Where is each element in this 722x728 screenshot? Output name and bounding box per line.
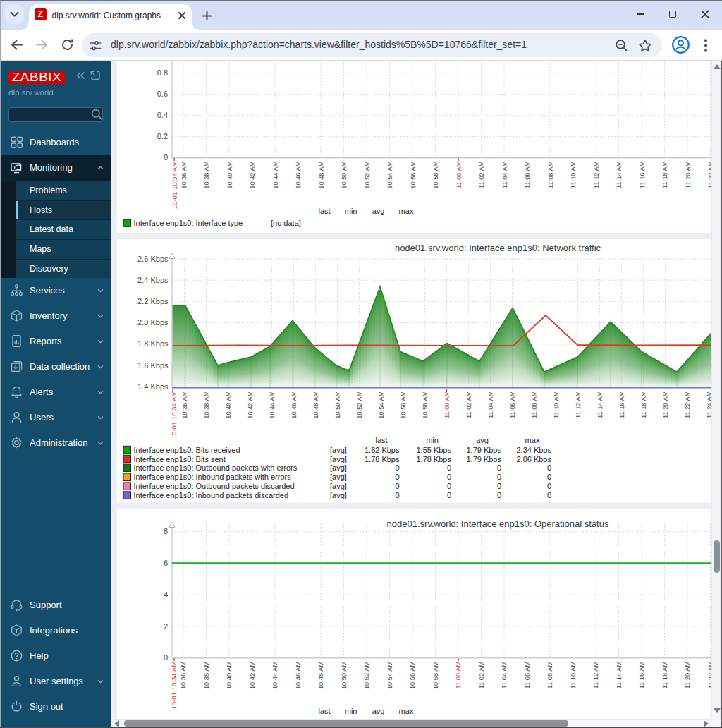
svg-text:10:36 AM: 10:36 AM <box>180 162 188 189</box>
svg-text:0.4: 0.4 <box>157 111 168 119</box>
svg-text:10:48 AM: 10:48 AM <box>312 392 319 419</box>
svg-text:8: 8 <box>164 527 168 535</box>
svg-text:11:02 AM: 11:02 AM <box>478 162 485 189</box>
svg-text:Interface enp1s0: Outbound pac: Interface enp1s0: Outbound packets with … <box>134 463 298 472</box>
svg-text:11:18 AM: 11:18 AM <box>640 392 647 419</box>
svg-text:11:16 AM: 11:16 AM <box>639 662 646 689</box>
svg-text:0: 0 <box>547 473 551 481</box>
svg-text:10:58 AM: 10:58 AM <box>432 162 439 189</box>
svg-text:11:20 AM: 11:20 AM <box>685 162 692 189</box>
svg-text:avg: avg <box>476 436 489 444</box>
svg-text:10:46 AM: 10:46 AM <box>295 662 302 689</box>
svg-text:11:06 AM: 11:06 AM <box>524 662 531 689</box>
svg-text:10:58 AM: 10:58 AM <box>422 392 429 419</box>
svg-text:11:14 AM: 11:14 AM <box>596 392 604 419</box>
svg-text:Interface enp1s0: Outbound pac: Interface enp1s0: Outbound packets disca… <box>134 482 295 490</box>
svg-text:11:04 AM: 11:04 AM <box>487 392 494 419</box>
svg-text:10:54 AM: 10:54 AM <box>386 662 393 689</box>
svg-text:1.6 Kbps: 1.6 Kbps <box>137 361 169 370</box>
svg-text:10:52 AM: 10:52 AM <box>356 392 363 419</box>
svg-text:10-01 10:34 AM: 10-01 10:34 AM <box>171 162 178 210</box>
svg-text:[avg]: [avg] <box>330 473 347 481</box>
svg-text:Interface enp1s0: Inbound pack: Interface enp1s0: Inbound packets with e… <box>134 473 292 481</box>
svg-text:0.2: 0.2 <box>157 132 168 140</box>
svg-text:11:12 AM: 11:12 AM <box>593 162 600 189</box>
svg-text:1.8 Kbps: 1.8 Kbps <box>137 339 169 348</box>
svg-text:0: 0 <box>164 153 168 162</box>
svg-text:10:52 AM: 10:52 AM <box>364 662 371 689</box>
svg-text:avg: avg <box>372 207 385 215</box>
svg-text:0: 0 <box>497 473 501 481</box>
svg-text:11:22 AM: 11:22 AM <box>684 392 691 419</box>
svg-text:max: max <box>399 707 414 715</box>
svg-text:10:50 AM: 10:50 AM <box>341 162 348 189</box>
svg-text:0: 0 <box>447 463 451 472</box>
svg-text:11:00 AM: 11:00 AM <box>455 662 463 689</box>
svg-text:[avg]: [avg] <box>330 455 347 463</box>
svg-text:0: 0 <box>447 473 451 481</box>
svg-text:10:48 AM: 10:48 AM <box>318 662 325 689</box>
svg-text:0: 0 <box>547 463 551 472</box>
svg-text:Interface enp1s0: Interface ty: Interface enp1s0: Interface type <box>134 219 243 227</box>
svg-text:0: 0 <box>395 491 399 499</box>
svg-text:11:08 AM: 11:08 AM <box>547 662 554 689</box>
svg-text:0: 0 <box>395 463 399 472</box>
svg-text:avg: avg <box>372 707 385 715</box>
svg-text:10:46 AM: 10:46 AM <box>290 392 298 419</box>
svg-text:0: 0 <box>547 491 551 499</box>
svg-text:11:10 AM: 11:10 AM <box>553 392 560 419</box>
svg-text:1.78 Kbps: 1.78 Kbps <box>416 455 451 463</box>
svg-text:10:40 AM: 10:40 AM <box>226 662 233 689</box>
svg-text:10:56 AM: 10:56 AM <box>410 662 417 689</box>
svg-text:11:04 AM: 11:04 AM <box>501 162 508 189</box>
svg-text:10:42 AM: 10:42 AM <box>249 662 256 689</box>
svg-text:0: 0 <box>547 482 551 490</box>
svg-text:min: min <box>345 207 357 215</box>
svg-text:10:58 AM: 10:58 AM <box>432 662 439 689</box>
svg-text:min: min <box>426 436 439 444</box>
svg-text:11:12 AM: 11:12 AM <box>593 662 600 689</box>
svg-text:node01.srv.world: Interface en: node01.srv.world: Interface enp1s0: Netw… <box>395 243 601 253</box>
svg-text:min: min <box>345 707 357 715</box>
svg-text:0: 0 <box>447 482 451 490</box>
svg-text:2.0 Kbps: 2.0 Kbps <box>137 318 169 327</box>
svg-text:last: last <box>318 707 330 715</box>
svg-text:10:54 AM: 10:54 AM <box>378 392 385 419</box>
svg-text:11:14 AM: 11:14 AM <box>616 662 623 689</box>
svg-text:0: 0 <box>164 653 168 662</box>
svg-text:10:56 AM: 10:56 AM <box>400 392 407 419</box>
svg-text:10:44 AM: 10:44 AM <box>269 392 276 419</box>
svg-text:[avg]: [avg] <box>330 446 347 454</box>
svg-text:2.34 Kbps: 2.34 Kbps <box>516 446 551 454</box>
svg-text:10:52 AM: 10:52 AM <box>364 162 371 189</box>
svg-text:0: 0 <box>447 491 451 499</box>
svg-text:10:44 AM: 10:44 AM <box>272 162 279 189</box>
svg-text:11:18 AM: 11:18 AM <box>661 662 668 689</box>
svg-text:Interface enp1s0: Inbound pack: Interface enp1s0: Inbound packets discar… <box>134 491 289 499</box>
svg-text:10:50 AM: 10:50 AM <box>334 392 341 419</box>
svg-text:10:56 AM: 10:56 AM <box>410 162 417 189</box>
svg-text:10:38 AM: 10:38 AM <box>203 162 210 189</box>
svg-text:last: last <box>318 207 330 215</box>
svg-text:node01.srv.world: Interface en: node01.srv.world: Interface enp1s0: Oper… <box>387 518 609 529</box>
svg-text:11:18 AM: 11:18 AM <box>661 162 668 189</box>
svg-text:max: max <box>525 436 540 444</box>
svg-text:10:42 AM: 10:42 AM <box>249 162 256 189</box>
svg-text:0: 0 <box>497 463 501 472</box>
svg-text:11:06 AM: 11:06 AM <box>509 392 516 419</box>
svg-text:1.79 Kbps: 1.79 Kbps <box>466 455 501 463</box>
svg-text:11:16 AM: 11:16 AM <box>618 392 625 419</box>
svg-text:0.8: 0.8 <box>157 68 168 77</box>
svg-text:2.6 Kbps: 2.6 Kbps <box>137 255 169 263</box>
svg-text:11:04 AM: 11:04 AM <box>501 662 508 689</box>
svg-text:10:50 AM: 10:50 AM <box>341 662 348 689</box>
svg-text:1.4 Kbps: 1.4 Kbps <box>137 382 169 391</box>
svg-text:4: 4 <box>164 590 168 599</box>
svg-text:[avg]: [avg] <box>330 491 347 499</box>
svg-text:1.78 Kbps: 1.78 Kbps <box>365 455 400 463</box>
svg-text:[avg]: [avg] <box>330 482 347 490</box>
svg-text:1.62 Kbps: 1.62 Kbps <box>365 446 400 454</box>
svg-text:10-01 10:34 AM: 10-01 10:34 AM <box>170 392 178 439</box>
svg-text:10:46 AM: 10:46 AM <box>295 162 302 189</box>
svg-text:11:02 AM: 11:02 AM <box>478 662 485 689</box>
